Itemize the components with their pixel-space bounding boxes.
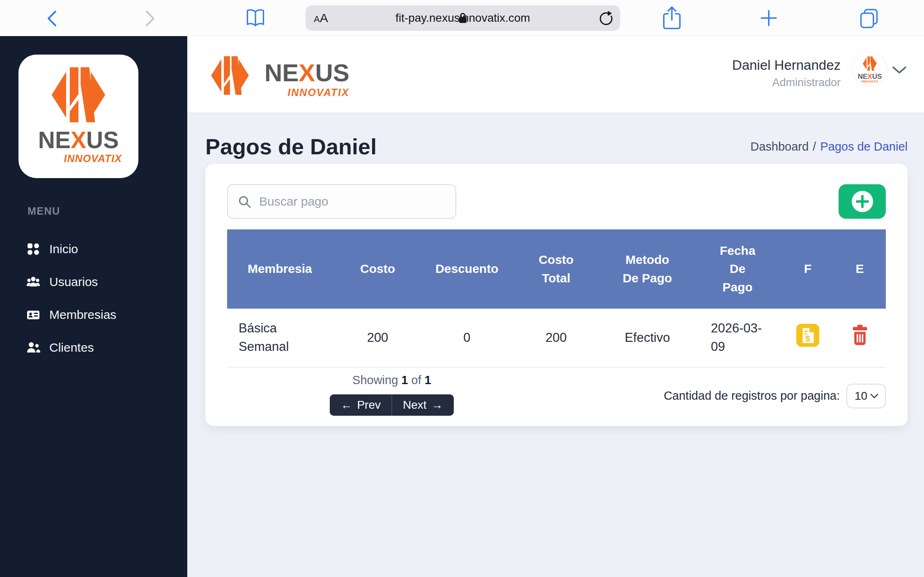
prev-button[interactable]: ← Prev	[330, 394, 391, 416]
brand-wordmark: NEXUS	[18, 128, 138, 152]
bookmarks-icon[interactable]	[245, 7, 266, 29]
screen: AA fit-pay.nexusinnovatix.com NEXUS INNO…	[0, 0, 924, 577]
cell-metodo-de-pago: Efectivo	[601, 309, 694, 367]
url-bar[interactable]: AA fit-pay.nexusinnovatix.com	[306, 5, 620, 31]
cell-fecha-de-pago: 2026-03-09	[694, 309, 782, 367]
brand-subtitle: INNOVATIX	[264, 87, 349, 98]
cell-costo: 200	[333, 309, 423, 367]
arrow-left-icon: ←	[340, 398, 352, 412]
chevron-down-icon	[870, 394, 878, 398]
sidebar-logo: NEXUS INNOVATIX	[18, 55, 138, 178]
trash-icon	[851, 324, 869, 346]
menu-section-label: MENU	[28, 205, 60, 217]
sidebar-item-label: Inicio	[49, 242, 78, 256]
pagination-center: Showing 1 of 1 ← Prev Next →	[227, 373, 556, 416]
payments-card: Membresia Costo Descuento Costo Total Me…	[205, 164, 908, 426]
share-icon[interactable]	[661, 6, 683, 30]
add-payment-button[interactable]	[839, 184, 886, 219]
sidebar-menu: Inicio Usuarios Membresias Clientes	[0, 233, 187, 364]
back-icon[interactable]	[46, 10, 57, 27]
search-box	[227, 184, 456, 219]
cell-factura: $	[782, 309, 834, 367]
col-fecha-de-pago: Fecha De Pago	[694, 229, 782, 309]
user-name: Daniel Hernandez	[732, 57, 841, 73]
header-logo: NEXUS INNOVATIX	[205, 49, 349, 102]
invoice-button[interactable]: $	[796, 324, 819, 347]
sidebar-item-label: Usuarios	[49, 275, 98, 289]
table-header-row: Membresia Costo Descuento Costo Total Me…	[227, 229, 886, 309]
two-users-icon	[26, 341, 40, 355]
per-page-select[interactable]: 10	[846, 384, 886, 408]
sidebar-item-inicio[interactable]: Inicio	[0, 233, 187, 266]
col-factura: F	[782, 229, 834, 309]
showing-summary: Showing 1 of 1	[352, 373, 431, 387]
nexus-logo-icon	[37, 59, 120, 131]
tabs-icon[interactable]	[858, 7, 880, 29]
breadcrumb: Dashboard/Pagos de Daniel	[750, 140, 908, 153]
col-costo-total: Costo Total	[511, 229, 601, 309]
page-title: Pagos de Daniel	[205, 134, 377, 159]
cell-membresia: Básica Semanal	[227, 309, 333, 367]
avatar[interactable]: NEXUS INNOVATIX	[853, 52, 887, 86]
arrow-right-icon: →	[432, 398, 443, 412]
reload-icon[interactable]	[598, 11, 614, 26]
sidebar-item-membresias[interactable]: Membresias	[0, 298, 187, 331]
payments-table: Membresia Costo Descuento Costo Total Me…	[227, 229, 886, 368]
pager: ← Prev Next →	[330, 394, 453, 416]
table-row: Básica Semanal 200 0 200 Efectivo 2026-0…	[227, 309, 886, 367]
per-page-value: 10	[855, 389, 867, 403]
showing-total: 1	[425, 373, 431, 387]
next-button[interactable]: Next →	[392, 394, 454, 416]
delete-button[interactable]	[851, 324, 869, 346]
users-group-icon	[26, 275, 40, 289]
card-footer: Showing 1 of 1 ← Prev Next →	[227, 373, 886, 416]
cell-descuento: 0	[423, 309, 511, 367]
new-tab-icon[interactable]	[760, 9, 778, 27]
svg-text:$: $	[805, 333, 810, 343]
sidebar-item-label: Membresias	[49, 308, 116, 322]
breadcrumb-separator: /	[813, 140, 816, 153]
col-descuento: Descuento	[423, 229, 511, 309]
cell-eliminar	[834, 309, 886, 367]
per-page-label: Cantidad de registros por pagina:	[664, 389, 840, 403]
sidebar-item-usuarios[interactable]: Usuarios	[0, 266, 187, 298]
app-header: NEXUS INNOVATIX Daniel Hernandez Adminis…	[187, 36, 924, 113]
brand-wordmark: NEXUS	[264, 61, 349, 85]
brand-wordmark: NEXUS	[853, 73, 887, 80]
col-eliminar: E	[834, 229, 886, 309]
receipt-dollar-icon: $	[796, 324, 819, 347]
brand-subtitle: INNOVATIX	[18, 153, 138, 165]
plus-circle-icon	[851, 190, 874, 213]
col-metodo-de-pago: Metodo De Pago	[601, 229, 694, 309]
sidebar: NEXUS INNOVATIX MENU Inicio Usuarios Mem…	[0, 36, 187, 577]
main-area: NEXUS INNOVATIX Daniel Hernandez Adminis…	[187, 36, 924, 577]
lock-icon	[458, 12, 467, 24]
card-toolbar	[227, 184, 886, 219]
search-icon	[238, 195, 252, 209]
page-heading-row: Pagos de Daniel Dashboard/Pagos de Danie…	[205, 134, 908, 159]
breadcrumb-dashboard-link[interactable]: Dashboard	[750, 140, 809, 153]
chevron-down-icon[interactable]	[892, 66, 907, 74]
col-membresia: Membresia	[227, 229, 333, 309]
cell-costo-total: 200	[511, 309, 601, 367]
user-role: Administrador	[732, 76, 841, 89]
sidebar-item-label: Clientes	[49, 341, 94, 355]
id-card-icon	[26, 308, 40, 322]
brand-subtitle: INNOVATIX	[853, 80, 887, 83]
showing-current: 1	[401, 373, 408, 387]
nexus-logo-icon	[205, 49, 255, 102]
grid-icon	[26, 242, 40, 256]
search-input[interactable]	[227, 184, 456, 219]
user-info: Daniel Hernandez Administrador	[732, 57, 841, 89]
col-costo: Costo	[333, 229, 423, 309]
sidebar-item-clientes[interactable]: Clientes	[0, 331, 187, 364]
per-page-controls: Cantidad de registros por pagina: 10	[556, 373, 886, 416]
breadcrumb-current[interactable]: Pagos de Daniel	[820, 140, 908, 153]
nexus-logo-icon	[858, 54, 882, 73]
forward-icon[interactable]	[145, 10, 156, 27]
browser-toolbar: AA fit-pay.nexusinnovatix.com	[0, 0, 924, 36]
